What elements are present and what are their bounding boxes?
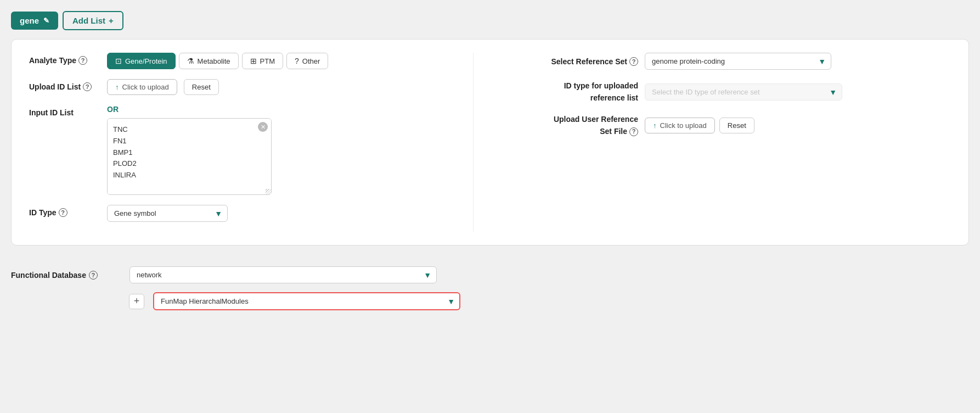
analyte-metabolite-button[interactable]: ⚗ Metabolite <box>179 53 239 69</box>
edit-icon: ✎ <box>43 16 49 25</box>
id-type-select-wrap: Gene symbol Ensembl UniProt Entrez ID ▼ <box>107 205 228 222</box>
functional-db-select[interactable]: network GO KEGG Reactome <box>129 266 437 283</box>
upload-id-label: Upload ID List ? <box>29 79 100 91</box>
functional-db-select-wrap: network GO KEGG Reactome ▼ <box>129 266 437 283</box>
functional-db-label: Functional Database ? <box>11 271 121 280</box>
left-column: Analyte Type ? ⊡ Gene/Protein ⚗ Metaboli… <box>29 53 474 232</box>
input-id-list-row: Input ID List OR TNC FN1 BMP1 PLOD2 INLI… <box>29 105 451 195</box>
two-column-layout: Analyte Type ? ⊡ Gene/Protein ⚗ Metaboli… <box>29 53 951 232</box>
analyte-help-icon[interactable]: ? <box>78 56 87 65</box>
id-type-row: ID Type ? Gene symbol Ensembl UniProt En… <box>29 205 451 222</box>
functional-db-help-icon[interactable]: ? <box>89 271 98 280</box>
analyte-ptm-button[interactable]: ⊞ PTM <box>242 53 283 69</box>
clear-icon[interactable]: ✕ <box>258 122 268 132</box>
funmap-select-wrap: FunMap HierarchalModules FunMap Modules … <box>153 292 460 310</box>
reference-set-select[interactable]: genome protein-coding custom <box>645 53 831 70</box>
analyte-buttons: ⊡ Gene/Protein ⚗ Metabolite ⊞ PTM ? Othe… <box>107 53 328 69</box>
id-type-ref-row: ID type for uploaded reference list Sele… <box>517 81 951 103</box>
reference-set-help-icon[interactable]: ? <box>629 57 638 66</box>
id-type-help-icon[interactable]: ? <box>59 208 67 217</box>
main-panel: Analyte Type ? ⊡ Gene/Protein ⚗ Metaboli… <box>11 39 969 245</box>
upload-id-list-row: Upload ID List ? ↑ Click to upload Reset <box>29 79 451 95</box>
gene-protein-icon: ⊡ <box>115 57 122 65</box>
upload-ref-row: Upload User Reference Set File ? ↑ Click… <box>517 114 951 137</box>
id-type-ref-select-wrap: Select the ID type of reference set ▼ <box>645 83 842 101</box>
gene-label: gene <box>20 16 39 25</box>
funmap-select[interactable]: FunMap HierarchalModules FunMap Modules <box>153 292 460 310</box>
reference-set-label: Select Reference Set ? <box>517 57 638 66</box>
or-text: OR <box>107 105 272 114</box>
upload-ref-button[interactable]: ↑ Click to upload <box>645 118 715 133</box>
upload-ref-arrow-icon: ↑ <box>653 121 657 130</box>
functional-db-row: Functional Database ? network GO KEGG Re… <box>11 266 969 283</box>
upload-ref-help-icon[interactable]: ? <box>629 127 638 136</box>
reference-set-row: Select Reference Set ? genome protein-co… <box>517 53 951 70</box>
analyte-gene-protein-button[interactable]: ⊡ Gene/Protein <box>107 53 176 69</box>
upload-id-reset-button[interactable]: Reset <box>184 79 219 95</box>
upload-ref-label: Upload User Reference Set File ? <box>517 114 638 137</box>
id-type-select[interactable]: Gene symbol Ensembl UniProt Entrez ID <box>107 205 228 222</box>
metabolite-icon: ⚗ <box>187 57 194 65</box>
id-textarea[interactable]: TNC FN1 BMP1 PLOD2 INLIRA <box>108 119 271 194</box>
reference-set-select-wrap: genome protein-coding custom ▼ <box>645 53 831 70</box>
top-bar: gene ✎ Add List + <box>11 11 969 30</box>
analyte-type-row: Analyte Type ? ⊡ Gene/Protein ⚗ Metaboli… <box>29 53 451 69</box>
analyte-other-button[interactable]: ? Other <box>286 53 328 69</box>
funmap-row: + FunMap HierarchalModules FunMap Module… <box>129 292 969 310</box>
upload-arrow-icon: ↑ <box>115 83 119 91</box>
add-list-button[interactable]: Add List + <box>63 11 123 30</box>
other-icon: ? <box>295 57 299 65</box>
id-type-ref-select[interactable]: Select the ID type of reference set <box>645 83 842 101</box>
bottom-section: Functional Database ? network GO KEGG Re… <box>11 256 969 310</box>
gene-badge[interactable]: gene ✎ <box>11 12 58 30</box>
analyte-type-label: Analyte Type ? <box>29 53 100 65</box>
upload-ref-reset-button[interactable]: Reset <box>719 118 754 133</box>
input-id-label: Input ID List <box>29 105 100 117</box>
right-column: Select Reference Set ? genome protein-co… <box>506 53 951 232</box>
id-type-ref-label: ID type for uploaded reference list <box>517 81 638 103</box>
ptm-icon: ⊞ <box>250 57 257 65</box>
id-type-label: ID Type ? <box>29 205 100 217</box>
upload-id-help-icon[interactable]: ? <box>83 82 92 91</box>
id-textarea-wrap: TNC FN1 BMP1 PLOD2 INLIRA ✕ <box>107 118 272 195</box>
funmap-plus-button[interactable]: + <box>129 294 144 309</box>
add-list-label: Add List <box>72 16 105 25</box>
upload-id-button[interactable]: ↑ Click to upload <box>107 79 177 95</box>
add-icon: + <box>109 16 114 25</box>
